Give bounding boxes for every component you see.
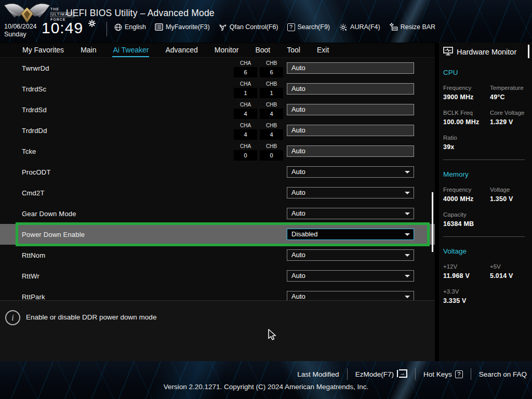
- setting-row-tcke[interactable]: TckeCHA0CHB0Auto: [0, 141, 435, 162]
- setting-value-input[interactable]: Auto: [287, 83, 414, 95]
- question-icon: ?: [287, 23, 295, 31]
- cha-value-cell: CHA1: [234, 81, 257, 98]
- setting-value-dropdown[interactable]: Auto: [287, 166, 414, 178]
- footer-link-ezmode-f7[interactable]: EzMode(F7)→: [355, 369, 407, 379]
- tab-boot[interactable]: Boot: [255, 43, 271, 57]
- setting-value-dropdown[interactable]: Auto: [287, 249, 414, 261]
- header-button-myfavorite-f3[interactable]: MyFavorite(F3): [155, 23, 210, 31]
- date-display: 10/06/2024 Sunday: [4, 23, 37, 38]
- setting-row-rttwr[interactable]: RttWrAuto: [0, 265, 435, 286]
- hm-field-3-3v: +3.3V3.335 V: [443, 288, 488, 304]
- hm-field-label: Temperature: [490, 85, 528, 91]
- hm-section-title: Memory: [443, 170, 528, 178]
- setting-value-input[interactable]: Auto: [287, 104, 414, 115]
- hm-field-bclk-freq: BCLK Freq100.00 MHz: [443, 110, 488, 126]
- chevron-down-icon: [405, 275, 410, 277]
- tab-monitor[interactable]: Monitor: [214, 43, 240, 57]
- setting-row-trdrdsc[interactable]: TrdrdScCHA1CHB1Auto: [0, 78, 435, 99]
- cha-label: CHA: [234, 60, 257, 66]
- setting-value-dropdown[interactable]: Auto: [287, 291, 414, 300]
- chevron-down-icon: [405, 296, 410, 298]
- setting-value-dropdown[interactable]: Auto: [287, 270, 414, 282]
- cha-current-value: 0: [234, 150, 257, 161]
- mouse-cursor: [268, 329, 279, 343]
- hm-field-value: 16384 MB: [443, 220, 488, 228]
- hm-field-value: 3900 MHz: [443, 94, 488, 101]
- chb-label: CHB: [260, 60, 283, 66]
- hm-section-title: Voltage: [443, 247, 528, 255]
- header-button-search-f9[interactable]: ?Search(F9): [287, 23, 330, 31]
- hm-field-capacity: Capacity16384 MB: [443, 211, 488, 228]
- setting-value-dropdown[interactable]: Disabled: [287, 229, 414, 240]
- tab-my-favorites[interactable]: My Favorites: [22, 43, 64, 57]
- setting-row-trdrddd[interactable]: TrdrdDdCHA4CHB4Auto: [0, 120, 435, 141]
- page-title: UEFI BIOS Utility – Advanced Mode: [66, 8, 215, 19]
- chb-label: CHB: [260, 81, 283, 87]
- footer-link-search-on-faq[interactable]: Search on FAQ: [479, 370, 527, 378]
- chb-value-cell: CHB4: [260, 123, 283, 140]
- chb-current-value: 0: [260, 150, 283, 161]
- hm-field-value: 11.968 V: [443, 272, 488, 280]
- aura-icon: [339, 23, 348, 31]
- setting-row-procodt[interactable]: ProcODTAuto: [0, 162, 435, 182]
- hm-field-value: 1.329 V: [490, 118, 528, 126]
- hm-field-value: 4000 MHz: [443, 195, 488, 203]
- tab-ai-tweaker[interactable]: Ai Tweaker: [112, 43, 149, 57]
- hm-field-value: 5.014 V: [490, 272, 528, 280]
- header-menu: EnglishMyFavorite(F3)Qfan Control(F6)?Se…: [114, 23, 435, 31]
- setting-row-power-down-enable[interactable]: Power Down EnableDisabled: [0, 224, 435, 245]
- date-value: 10/06/2024: [4, 23, 37, 31]
- header-button-english[interactable]: English: [114, 23, 146, 31]
- setting-value-dropdown[interactable]: Auto: [287, 187, 414, 198]
- hm-field-value: 49°C: [490, 94, 528, 101]
- hm-field-value: 100.00 MHz: [443, 118, 488, 126]
- setting-value-input[interactable]: Auto: [287, 62, 414, 74]
- setting-label: TrdrdSd: [22, 106, 47, 114]
- hm-field-grid: Frequency4000 MHzVoltage1.350 VCapacity1…: [443, 187, 528, 236]
- setting-row-rttpark[interactable]: RttParkAuto: [0, 286, 435, 300]
- chb-value-cell: CHB6: [260, 60, 283, 77]
- hm-field-label: +3.3V: [443, 288, 488, 295]
- chb-current-value: 1: [260, 88, 283, 98]
- header-button-label: MyFavorite(F3): [166, 23, 210, 31]
- chevron-down-icon: [405, 254, 410, 257]
- chb-label: CHB: [260, 143, 283, 150]
- cha-value-cell: CHA0: [234, 143, 257, 161]
- footer-link-last-modified[interactable]: Last Modified: [297, 370, 339, 378]
- header-button-aura-f4[interactable]: AURA(F4): [339, 23, 380, 31]
- question-box-icon: ?: [455, 370, 463, 378]
- day-value: Sunday: [4, 31, 37, 38]
- resizebar-icon: [389, 23, 398, 31]
- setting-row-cmd2t[interactable]: Cmd2TAuto: [0, 182, 435, 203]
- setting-label: ProcODT: [22, 168, 51, 176]
- tab-exit[interactable]: Exit: [316, 43, 329, 57]
- sidebar-scrollbar[interactable]: [528, 45, 529, 58]
- setting-value-input[interactable]: Auto: [287, 125, 414, 136]
- tab-main[interactable]: Main: [80, 43, 97, 57]
- setting-row-trdrdsd[interactable]: TrdrdSdCHA4CHB4Auto: [0, 99, 435, 120]
- header-button-label: AURA(F4): [350, 23, 380, 31]
- tab-tool[interactable]: Tool: [286, 43, 301, 57]
- setting-value-dropdown[interactable]: Auto: [287, 208, 414, 219]
- setting-row-gear-down-mode[interactable]: Gear Down ModeAuto: [0, 203, 435, 224]
- clock-settings-gear-icon[interactable]: [88, 20, 96, 29]
- setting-row-twrwrdd[interactable]: TwrwrDdCHA6CHB6Auto: [0, 58, 435, 78]
- footer-link-hot-keys[interactable]: Hot Keys?: [423, 370, 463, 378]
- footer-bar: Last ModifiedEzMode(F7)→Hot Keys?Search …: [0, 361, 532, 399]
- cha-value-cell: CHA6: [234, 60, 257, 77]
- footer-link-label: Hot Keys: [423, 370, 452, 378]
- setting-value-input[interactable]: Auto: [287, 145, 414, 157]
- time-display: 10:49: [42, 19, 83, 37]
- settings-scrollbar[interactable]: [432, 192, 433, 252]
- hm-field-5v: +5V5.014 V: [490, 263, 528, 280]
- settings-rows: TwrwrDdCHA6CHB6AutoTrdrdScCHA1CHB1AutoTr…: [0, 58, 435, 300]
- tab-advanced[interactable]: Advanced: [165, 43, 198, 57]
- hm-field-12v: +12V11.968 V: [443, 263, 488, 280]
- setting-label: TwrwrDd: [22, 64, 49, 72]
- chb-label: CHB: [260, 102, 283, 108]
- header-button-qfan-control-f6[interactable]: Qfan Control(F6): [219, 23, 278, 31]
- setting-label: TrdrdDd: [22, 127, 47, 135]
- setting-row-rttnom[interactable]: RttNomAuto: [0, 245, 435, 265]
- footer-links: Last ModifiedEzMode(F7)→Hot Keys?Search …: [297, 368, 527, 380]
- header-button-resize-bar[interactable]: Resize BAR: [389, 23, 435, 31]
